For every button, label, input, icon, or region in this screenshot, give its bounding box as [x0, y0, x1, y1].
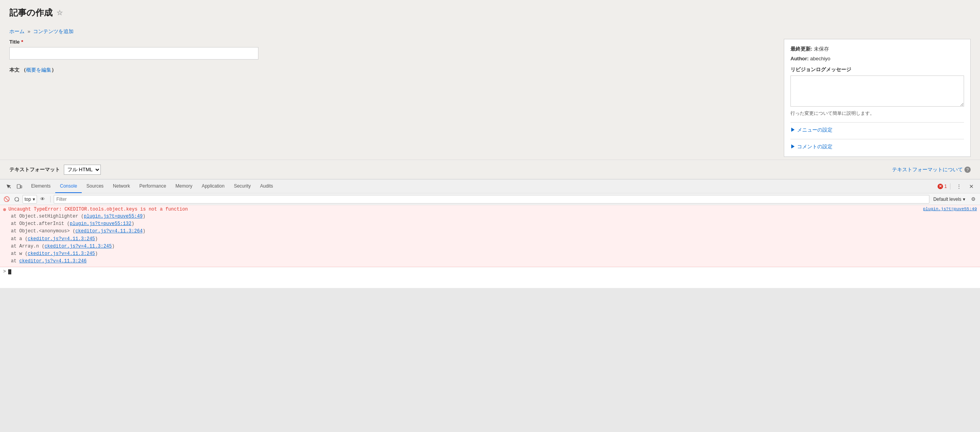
- divider2: [50, 196, 51, 202]
- console-settings-button[interactable]: ⚙: [969, 195, 978, 204]
- eye-button[interactable]: 👁: [39, 195, 47, 204]
- console-input-line: >: [0, 267, 980, 276]
- stack-text-5: at w (: [11, 251, 28, 256]
- tab-network[interactable]: Network: [108, 179, 135, 193]
- breadcrumb-add-content-link[interactable]: コンテンツを追加: [33, 28, 74, 34]
- page-title-text: 記事の作成: [9, 7, 53, 19]
- console-cursor: [8, 269, 11, 274]
- stack-link-1[interactable]: plugin.js?t=puve55:132: [70, 221, 131, 227]
- menu-settings-section: メニューの設定: [790, 122, 964, 133]
- summary-edit-link[interactable]: 概要を編集: [26, 67, 51, 73]
- stack-link-6[interactable]: ckeditor.js?v=4.11.3:246: [19, 258, 87, 264]
- text-format-bar: テキストフォーマット フル HTML テキストフォーマットについて ?: [0, 160, 980, 179]
- menu-settings-toggle[interactable]: メニューの設定: [790, 126, 964, 133]
- error-count: 1: [944, 184, 947, 189]
- devtools-tabs-container: Elements Console Sources Network Perform…: [25, 179, 938, 193]
- author-value: abechiyo: [810, 56, 831, 61]
- error-stack: at Object.setHighlighter (plugin.js?t=pu…: [3, 213, 977, 265]
- stack-line-4: at Array.n (ckeditor.js?v=4.11.3:245): [11, 243, 977, 250]
- error-message: Uncaught TypeError: CKEDITOR.tools.objec…: [9, 207, 920, 212]
- levels-dropdown[interactable]: Default levels ▾: [931, 195, 968, 204]
- stack-line-0: at Object.setHighlighter (plugin.js?t=pu…: [11, 213, 977, 220]
- stack-text-6: at: [11, 258, 19, 264]
- devtools-right-icons: ✕ 1 ⋮ ✕: [938, 181, 977, 192]
- tab-console[interactable]: Console: [55, 179, 82, 193]
- text-format-select[interactable]: フル HTML: [64, 165, 101, 175]
- divider: [950, 183, 950, 190]
- more-options-button[interactable]: ⋮: [954, 181, 964, 192]
- text-format-link-text: テキストフォーマットについて: [892, 166, 963, 173]
- stack-line-1: at Object.afterInit (plugin.js?t=puve55:…: [11, 220, 977, 228]
- revision-label: リビジョンログメッセージ: [790, 66, 964, 73]
- svg-rect-1: [21, 186, 22, 188]
- error-source-link[interactable]: plugin.js?t=puve55:49: [923, 207, 977, 211]
- help-icon: ?: [964, 167, 971, 173]
- error-icon: ⊗: [3, 207, 6, 213]
- tab-security[interactable]: Security: [229, 179, 255, 193]
- last-updated-label: 最終更新:: [790, 46, 812, 52]
- stack-link-2[interactable]: ckeditor.js?v=4.11.3:264: [76, 228, 143, 234]
- context-dropdown-arrow: ▾: [33, 197, 35, 202]
- title-field-label: Title *: [9, 39, 775, 45]
- sidebar-box: 最終更新: 未保存 Author: abechiyo リビジョンログメッセージ …: [784, 39, 971, 157]
- title-label-text: Title: [9, 39, 20, 45]
- breadcrumb-home-link[interactable]: ホーム: [9, 28, 25, 34]
- title-input[interactable]: [9, 47, 258, 60]
- page-title: 記事の作成 ☆: [9, 7, 971, 19]
- clear-console-button[interactable]: 🚫: [2, 195, 11, 204]
- revision-textarea[interactable]: [790, 76, 964, 107]
- stack-link-3[interactable]: ckeditor.js?v=4.11.3:245: [28, 236, 95, 242]
- context-selector[interactable]: top ▾: [23, 195, 37, 204]
- levels-label: Default levels: [933, 197, 961, 202]
- device-toolbar-button[interactable]: [14, 181, 25, 192]
- last-updated-row: 最終更新: 未保存: [790, 46, 964, 53]
- tab-elements[interactable]: Elements: [26, 179, 55, 193]
- stack-link-4[interactable]: ckeditor.js?v=4.11.3:245: [44, 244, 112, 249]
- stack-text-3: at a (: [11, 236, 28, 242]
- svg-rect-0: [17, 184, 20, 188]
- body-label-text: 本文: [9, 67, 19, 73]
- stack-text-2: at Object.<anonymous> (: [11, 228, 76, 234]
- console-prompt: >: [3, 269, 6, 274]
- text-format-link-area: テキストフォーマットについて ?: [892, 166, 971, 173]
- tab-audits[interactable]: Audits: [255, 179, 277, 193]
- body-label: 本文 （概要を編集）: [9, 67, 775, 74]
- tab-sources[interactable]: Sources: [82, 179, 108, 193]
- main-content: Title * 本文 （概要を編集） 最終更新: 未保存 Author: abe…: [0, 39, 980, 157]
- comment-settings-section: コメントの設定: [790, 139, 964, 150]
- breadcrumb: ホーム » コンテンツを追加: [0, 24, 980, 39]
- breadcrumb-separator: »: [28, 28, 30, 34]
- comment-settings-toggle[interactable]: コメントの設定: [790, 143, 964, 150]
- tab-memory[interactable]: Memory: [171, 179, 197, 193]
- close-devtools-button[interactable]: ✕: [966, 181, 977, 192]
- stack-link-0[interactable]: plugin.js?t=puve55:49: [84, 214, 142, 219]
- tab-performance[interactable]: Performance: [135, 179, 171, 193]
- error-dot: ✕: [938, 184, 943, 189]
- console-toolbar: 🚫 top ▾ 👁 Default levels ▾ ⚙: [0, 193, 980, 205]
- page-area: 記事の作成 ☆ ホーム » コンテンツを追加 Title * 本文 （概要を編集…: [0, 0, 980, 179]
- context-value: top: [25, 197, 31, 202]
- stack-text-4: at Array.n (: [11, 244, 44, 249]
- stack-line-3: at a (ckeditor.js?v=4.11.3:245): [11, 235, 977, 243]
- error-main-line: ⊗ Uncaught TypeError: CKEDITOR.tools.obj…: [3, 207, 977, 213]
- title-required-star: *: [21, 39, 23, 45]
- devtools-panel: Elements Console Sources Network Perform…: [0, 179, 980, 288]
- stack-line-6: at ckeditor.js?v=4.11.3:246: [11, 258, 977, 265]
- error-block: ⊗ Uncaught TypeError: CKEDITOR.tools.obj…: [0, 205, 980, 267]
- levels-arrow: ▾: [963, 197, 965, 202]
- error-badge: ✕ 1: [938, 184, 947, 189]
- svg-line-3: [18, 200, 19, 201]
- tab-application[interactable]: Application: [197, 179, 229, 193]
- devtools-tabbar: Elements Console Sources Network Perform…: [0, 179, 980, 193]
- favorite-star-icon[interactable]: ☆: [56, 9, 63, 17]
- stack-line-2: at Object.<anonymous> (ckeditor.js?v=4.1…: [11, 228, 977, 235]
- text-format-info-link[interactable]: テキストフォーマットについて ?: [892, 166, 971, 173]
- console-filter-button[interactable]: [12, 195, 21, 204]
- revision-hint: 行った変更について簡単に説明します。: [790, 110, 964, 117]
- right-panel: 最終更新: 未保存 Author: abechiyo リビジョンログメッセージ …: [784, 39, 971, 157]
- inspect-element-button[interactable]: [3, 181, 14, 192]
- stack-link-5[interactable]: ckeditor.js?v=4.11.3:245: [28, 251, 95, 256]
- page-header: 記事の作成 ☆: [0, 0, 980, 24]
- author-row: Author: abechiyo: [790, 56, 964, 61]
- filter-input[interactable]: [54, 195, 929, 204]
